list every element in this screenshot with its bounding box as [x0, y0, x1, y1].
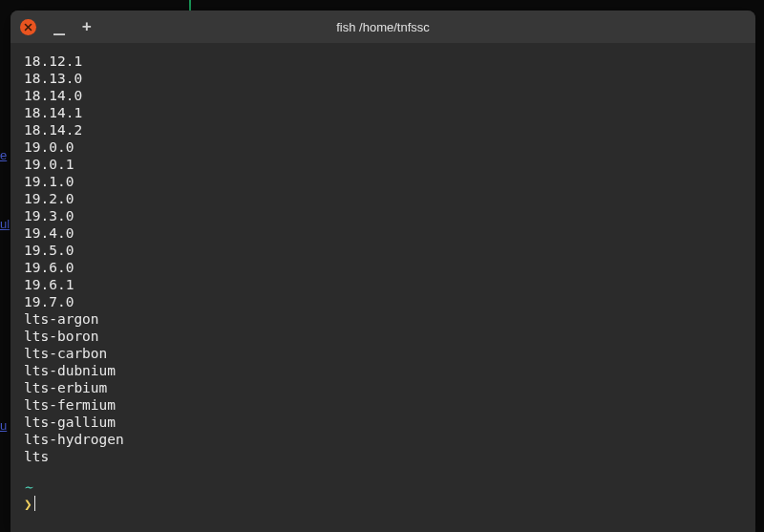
output-line: 19.6.1 — [24, 276, 742, 293]
background-link-fragment: ul — [0, 217, 10, 231]
prompt-symbol: ❯ — [24, 497, 32, 512]
output-line: 19.0.1 — [24, 156, 742, 173]
output-line: lts-erbium — [24, 379, 742, 396]
background-link-fragment: u — [0, 418, 7, 433]
output-line: 19.4.0 — [24, 224, 742, 242]
close-button[interactable] — [20, 19, 36, 35]
new-tab-button[interactable]: + — [82, 19, 92, 34]
close-icon — [24, 23, 32, 32]
output-line: 18.14.0 — [24, 87, 742, 104]
window-controls: _ + — [20, 14, 92, 39]
output-line: lts-gallium — [24, 414, 742, 431]
output-line: lts-carbon — [24, 345, 742, 362]
output-line: lts — [24, 448, 742, 465]
output-line: 19.6.0 — [24, 259, 742, 276]
output-line: 19.5.0 — [24, 242, 742, 259]
output-line: 19.7.0 — [24, 293, 742, 310]
output-line: 19.3.0 — [24, 207, 742, 224]
output-line: lts-boron — [24, 328, 742, 345]
prompt-cwd: ~ — [24, 479, 32, 495]
output-line: 18.14.1 — [24, 104, 742, 121]
output-line: lts-argon — [24, 310, 742, 328]
output-line: lts-hydrogen — [24, 431, 742, 448]
terminal-output: 18.12.118.13.018.14.018.14.118.14.219.0.… — [24, 53, 742, 465]
prompt: ~ ❯ — [24, 479, 742, 513]
cursor — [34, 496, 36, 511]
output-line: 18.14.2 — [24, 121, 742, 138]
output-line: 19.0.0 — [24, 138, 742, 156]
output-line: 19.1.0 — [24, 173, 742, 190]
output-line: 18.12.1 — [24, 53, 742, 70]
window-title: fish /home/tnfssc — [11, 20, 755, 34]
output-line: 19.2.0 — [24, 190, 742, 207]
output-line: 18.13.0 — [24, 70, 742, 87]
terminal-window: _ + fish /home/tnfssc 18.12.118.13.018.1… — [11, 11, 755, 532]
background-link-fragment: e — [0, 148, 7, 162]
titlebar[interactable]: _ + fish /home/tnfssc — [11, 11, 755, 43]
output-line: lts-dubnium — [24, 362, 742, 379]
minimize-button[interactable]: _ — [53, 14, 65, 39]
terminal-body[interactable]: 18.12.118.13.018.14.018.14.118.14.219.0.… — [11, 43, 755, 532]
output-line: lts-fermium — [24, 396, 742, 414]
